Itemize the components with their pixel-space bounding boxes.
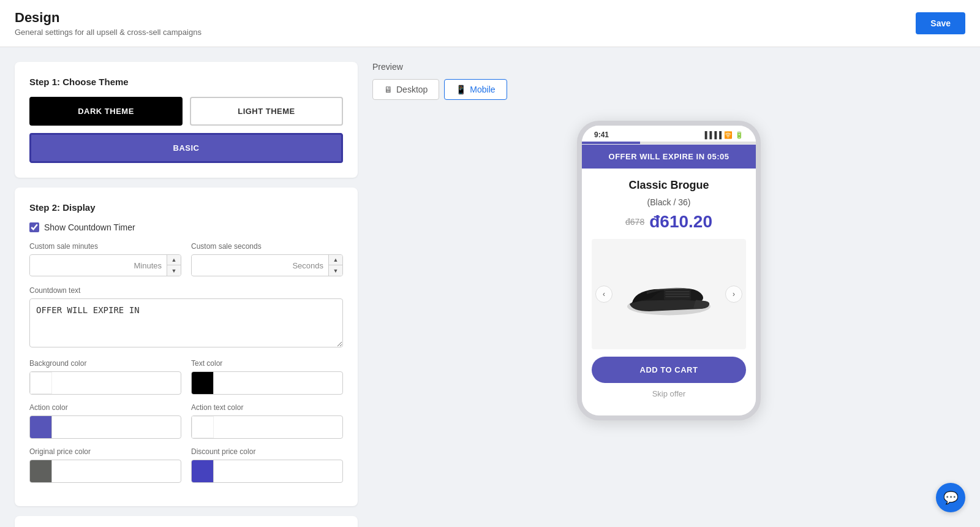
light-theme-button[interactable]: LIGHT THEME xyxy=(190,97,343,126)
mobile-tab-label: Mobile xyxy=(470,85,495,94)
phone-frame: 9:41 ▐▐▐▐ 🛜 🔋 OFFER WILL EXPIRE IN 05:05 xyxy=(577,121,761,420)
offer-banner: OFFER WILL EXPIRE IN 05:05 xyxy=(582,145,756,169)
skip-offer: Skip offer xyxy=(592,389,746,406)
action-color-group: Action color #5755b8 xyxy=(29,403,181,439)
minutes-unit: Minutes xyxy=(129,261,167,270)
bg-color-input[interactable]: #FFFFFF xyxy=(52,374,181,393)
page-title: Design xyxy=(15,10,202,26)
step1-title: Step 1: Choose Theme xyxy=(29,77,343,87)
color-row-2: Action color #5755b8 Action text color #… xyxy=(29,403,343,439)
seconds-input[interactable]: 5 xyxy=(192,256,287,275)
action-text-color-input-row: #FFFFFF xyxy=(191,415,343,439)
countdown-label: Show Countdown Timer xyxy=(44,222,135,232)
bg-color-input-row: #FFFFFF xyxy=(29,371,181,395)
minutes-input-container: 5 Minutes ▲ ▼ xyxy=(29,254,181,276)
minutes-group: Custom sale minutes 5 Minutes ▲ ▼ xyxy=(29,242,181,276)
step2-title: Step 2: Display xyxy=(29,202,343,213)
page-header: Design General settings for all upsell &… xyxy=(15,10,202,37)
desktop-icon: 🖥 xyxy=(384,85,393,94)
seconds-label: Custom sale seconds xyxy=(191,242,343,251)
add-to-cart-button[interactable]: ADD TO CART xyxy=(592,357,746,383)
page-subtitle: General settings for all upsell & cross-… xyxy=(15,28,202,37)
dark-theme-button[interactable]: DARK THEME xyxy=(29,97,183,126)
countdown-checkbox-row: Show Countdown Timer xyxy=(29,222,343,232)
preview-tabs: 🖥 Desktop 📱 Mobile xyxy=(372,79,965,100)
action-color-input-row: #5755b8 xyxy=(29,415,181,439)
original-price-color-swatch[interactable] xyxy=(30,460,52,482)
phone-nav-tab-1 xyxy=(582,142,640,144)
color-row-3: Original price color #5F605D Discount pr… xyxy=(29,447,343,483)
step1-card: Step 1: Choose Theme DARK THEME LIGHT TH… xyxy=(15,62,358,178)
chat-bubble[interactable]: 💬 xyxy=(936,483,965,512)
text-color-input[interactable]: #000000 xyxy=(214,374,342,393)
original-price-color-group: Original price color #5F605D xyxy=(29,447,181,483)
action-text-color-swatch[interactable] xyxy=(192,416,214,438)
original-price: đ678 xyxy=(625,217,644,227)
product-image-container: ‹ xyxy=(592,239,746,349)
phone-time: 9:41 xyxy=(594,131,609,139)
action-color-label: Action color xyxy=(29,403,181,412)
custom-css-card: Custom CSS (Developer Zone) xyxy=(15,516,358,527)
countdown-text-group: Countdown text OFFER WILL EXPIRE IN xyxy=(29,286,343,349)
phone-status-bar: 9:41 ▐▐▐▐ 🛜 🔋 xyxy=(582,126,756,142)
basic-theme-button[interactable]: BASIC xyxy=(29,133,343,163)
save-button[interactable]: Save xyxy=(916,12,965,34)
product-name: Classic Brogue xyxy=(592,178,746,192)
main-layout: Step 1: Choose Theme DARK THEME LIGHT TH… xyxy=(0,47,980,527)
product-variant: (Black / 36) xyxy=(592,197,746,207)
action-color-swatch[interactable] xyxy=(30,416,52,438)
text-color-swatch[interactable] xyxy=(192,372,214,394)
product-content: Classic Brogue (Black / 36) đ678 đ610.20… xyxy=(582,169,756,415)
seconds-group: Custom sale seconds 5 Seconds ▲ ▼ xyxy=(191,242,343,276)
carousel-right-arrow[interactable]: › xyxy=(725,286,742,303)
discount-price-color-input[interactable]: #4542be xyxy=(214,462,342,481)
product-price-row: đ678 đ610.20 xyxy=(592,212,746,232)
discount-price: đ610.20 xyxy=(649,212,712,232)
text-color-input-row: #000000 xyxy=(191,371,343,395)
preview-label: Preview xyxy=(372,62,965,72)
discount-price-color-label: Discount price color xyxy=(191,447,343,456)
discount-price-color-swatch[interactable] xyxy=(192,460,214,482)
step2-card: Step 2: Display Show Countdown Timer Cus… xyxy=(15,188,358,506)
original-price-color-input-row: #5F605D xyxy=(29,460,181,483)
countdown-text-label: Countdown text xyxy=(29,286,343,295)
bg-color-swatch[interactable] xyxy=(30,372,52,394)
original-price-color-input[interactable]: #5F605D xyxy=(52,462,181,481)
desktop-tab[interactable]: 🖥 Desktop xyxy=(372,79,439,100)
signal-icon: ▐▐▐▐ xyxy=(703,131,722,138)
minutes-down-button[interactable]: ▼ xyxy=(167,265,181,276)
seconds-spinners: ▲ ▼ xyxy=(328,255,342,276)
minutes-input[interactable]: 5 xyxy=(30,256,129,275)
svg-rect-1 xyxy=(664,289,691,300)
discount-price-color-group: Discount price color #4542be xyxy=(191,447,343,483)
mobile-tab[interactable]: 📱 Mobile xyxy=(444,79,507,100)
action-color-input[interactable]: #5755b8 xyxy=(52,418,181,437)
top-bar: Design General settings for all upsell &… xyxy=(0,0,980,47)
action-text-color-group: Action text color #FFFFFF xyxy=(191,403,343,439)
seconds-input-container: 5 Seconds ▲ ▼ xyxy=(191,254,343,276)
color-row-1: Background color #FFFFFF Text color #000… xyxy=(29,359,343,395)
desktop-tab-label: Desktop xyxy=(396,85,428,94)
original-price-color-label: Original price color xyxy=(29,447,181,456)
phone-nav-tab-2 xyxy=(640,142,698,144)
countdown-checkbox[interactable] xyxy=(29,222,39,232)
phone-nav-tab-3 xyxy=(698,142,756,144)
countdown-text-input[interactable]: OFFER WILL EXPIRE IN xyxy=(29,298,343,347)
text-color-group: Text color #000000 xyxy=(191,359,343,395)
action-text-color-input[interactable]: #FFFFFF xyxy=(214,418,342,437)
seconds-up-button[interactable]: ▲ xyxy=(329,255,342,265)
bg-color-label: Background color xyxy=(29,359,181,368)
minutes-label: Custom sale minutes xyxy=(29,242,181,251)
product-image xyxy=(620,257,718,331)
text-color-label: Text color xyxy=(191,359,343,368)
minutes-up-button[interactable]: ▲ xyxy=(167,255,181,265)
wifi-icon: 🛜 xyxy=(724,131,733,139)
seconds-down-button[interactable]: ▼ xyxy=(329,265,342,276)
preview-area: Preview 🖥 Desktop 📱 Mobile 9:41 ▐▐▐▐ 🛜 xyxy=(372,62,965,420)
phone-status-icons: ▐▐▐▐ 🛜 🔋 xyxy=(703,131,744,139)
action-text-color-label: Action text color xyxy=(191,403,343,412)
bg-color-group: Background color #FFFFFF xyxy=(29,359,181,395)
battery-icon: 🔋 xyxy=(735,131,744,139)
mobile-icon: 📱 xyxy=(456,85,466,94)
carousel-left-arrow[interactable]: ‹ xyxy=(595,286,612,303)
